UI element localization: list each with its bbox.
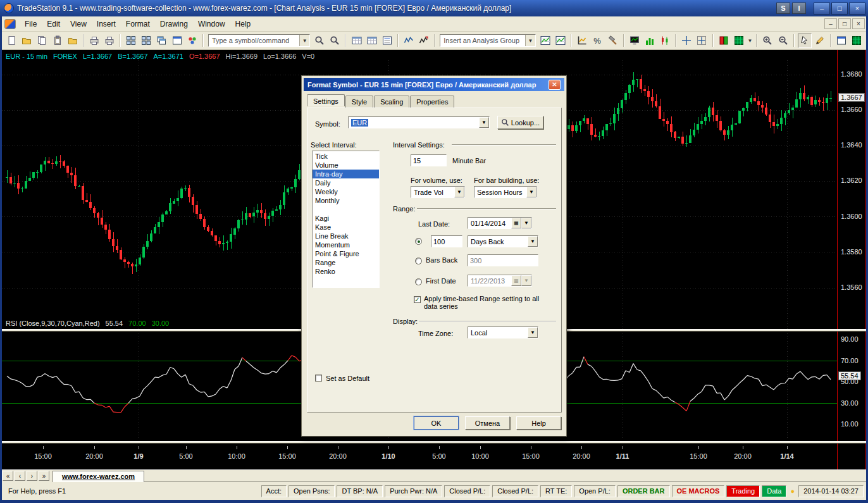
pointer-tool-button[interactable] [798, 34, 812, 48]
symbol-command-combo[interactable]: Type a symbol/command▼ [208, 34, 310, 47]
quote-board-button[interactable] [349, 34, 363, 48]
minimize-button[interactable]: – [814, 3, 830, 15]
bars-back-input[interactable]: 300 [468, 254, 538, 266]
symbol-combo-dropdown-icon[interactable]: ▼ [479, 117, 489, 128]
duplicate-window-button[interactable] [35, 34, 49, 48]
find-button[interactable] [328, 34, 342, 48]
interval-item[interactable]: Daily [313, 178, 379, 187]
menu-help[interactable]: Help [230, 18, 256, 30]
help-button[interactable]: Help [516, 416, 561, 430]
apply-range-checkbox[interactable]: ✓ [414, 296, 421, 303]
volume-combo-dropdown-icon[interactable]: ▼ [454, 187, 464, 197]
bar-building-combo[interactable]: Session Hours ▼ [474, 186, 537, 198]
first-date-picker[interactable]: 11/22/2013 ▦ ▼ [468, 275, 532, 287]
last-date-calendar-icon[interactable]: ▦ [511, 218, 521, 228]
interval-item[interactable]: Kagi [313, 214, 379, 223]
analysis-group-combo-dropdown-icon[interactable]: ▼ [525, 35, 535, 46]
menu-edit[interactable]: Edit [42, 18, 65, 30]
new-document-button[interactable] [4, 34, 18, 48]
print-button[interactable] [87, 34, 101, 48]
dialog-tab-scaling[interactable]: Scaling [374, 96, 409, 108]
interval-item[interactable]: Kase [313, 223, 379, 232]
mdi-restore-button[interactable]: □ [838, 18, 851, 29]
insert-indicator-button[interactable] [538, 34, 552, 48]
print-preview-button[interactable] [102, 34, 116, 48]
last-tab-button[interactable]: » [39, 471, 49, 481]
time-zone-dropdown-icon[interactable]: ▼ [528, 327, 538, 338]
new-window-button[interactable] [170, 34, 184, 48]
menu-insert[interactable]: Insert [92, 18, 121, 30]
mdi-minimize-button[interactable]: – [824, 18, 837, 29]
chart-style-menu-button[interactable] [732, 34, 746, 48]
first-date-calendar-icon[interactable]: ▦ [511, 275, 521, 286]
tile-vertically-button[interactable] [139, 34, 153, 48]
interval-item[interactable]: Line Break [313, 232, 379, 240]
days-back-input[interactable]: 100 [431, 235, 462, 247]
radar-screen-button[interactable] [628, 34, 642, 48]
price-scale[interactable]: 1.36801.36601.36401.36201.36001.35801.35… [837, 50, 866, 469]
language-s-button[interactable]: S [776, 3, 790, 14]
set-default-checkbox[interactable]: ✓ [315, 375, 322, 382]
analysis-group-combo[interactable]: Insert an Analysis Group▼ [440, 34, 536, 47]
symbol-command-combo-dropdown-icon[interactable]: ▼ [299, 35, 309, 46]
days-back-dropdown-icon[interactable]: ▼ [528, 236, 538, 247]
tile-horizontally-button[interactable] [124, 34, 138, 48]
candlestick-style-button[interactable] [658, 34, 672, 48]
dialog-tab-style[interactable]: Style [345, 96, 373, 108]
volume-combo[interactable]: Trade Vol ▼ [411, 186, 465, 198]
menu-drawing[interactable]: Drawing [155, 18, 193, 30]
close-button[interactable]: × [849, 3, 865, 15]
interval-item[interactable]: Weekly [313, 187, 379, 196]
menu-view[interactable]: View [65, 18, 92, 30]
cancel-button[interactable]: Отмена [465, 416, 510, 430]
interval-listbox[interactable]: TickVolumeIntra-dayDailyWeeklyMonthly Ka… [312, 151, 380, 288]
format-symbol-button[interactable] [575, 34, 589, 48]
chart-style-dropdown[interactable]: ▼ [747, 34, 754, 48]
volume-bars-button[interactable] [643, 34, 657, 48]
workspace-tab[interactable]: www.forex-warez.com [53, 471, 144, 482]
symbol-combo[interactable]: EUR ▼ [348, 116, 490, 128]
lookup-button[interactable]: Lookup... [497, 116, 543, 129]
symbol-lookup-button[interactable] [313, 34, 326, 48]
snapshot-window-button[interactable] [834, 34, 848, 48]
zoom-in-button[interactable] [760, 34, 774, 48]
cascade-windows-button[interactable] [154, 34, 168, 48]
grid-view-button[interactable] [850, 34, 864, 48]
bars-back-radio[interactable] [415, 258, 422, 264]
insert-strategy-button[interactable] [554, 34, 567, 48]
interval-item[interactable]: Point & Figure [313, 249, 379, 258]
first-date-dropdown-icon[interactable]: ▼ [521, 275, 531, 286]
interval-item[interactable]: Range [313, 258, 379, 267]
dialog-tab-properties[interactable]: Properties [410, 96, 454, 108]
format-objects-button[interactable] [606, 34, 620, 48]
interval-item[interactable]: Monthly [313, 196, 379, 205]
interval-item[interactable]: Momentum [313, 240, 379, 249]
bar-building-combo-dropdown-icon[interactable]: ▼ [526, 187, 536, 197]
language-i-button[interactable]: I [792, 3, 806, 14]
last-date-dropdown-icon[interactable]: ▼ [521, 218, 531, 228]
zoom-out-button[interactable] [776, 34, 790, 48]
menu-file[interactable]: File [20, 18, 42, 30]
order-bar-indicator[interactable]: ORDER BAR [617, 485, 670, 497]
dialog-close-icon[interactable]: ✕ [549, 80, 561, 90]
market-depth-button[interactable] [365, 34, 379, 48]
interval-item[interactable]: Volume [313, 161, 379, 170]
crosshair-window-button[interactable] [695, 34, 709, 48]
drawing-tools-button[interactable] [813, 34, 827, 48]
refresh-data-button[interactable] [417, 34, 431, 48]
days-back-radio[interactable] [415, 238, 422, 245]
dialog-tab-settings[interactable]: Settings [307, 94, 345, 106]
chart-analysis-button[interactable] [402, 34, 416, 48]
interval-item[interactable]: Tick [313, 152, 379, 161]
first-tab-button[interactable]: « [3, 471, 13, 481]
pane-separator[interactable] [2, 441, 866, 444]
dialog-title-bar[interactable]: Format Symbol - EUR 15 min [FOREX] Евро … [304, 78, 564, 91]
mdi-close-button[interactable]: × [852, 18, 865, 29]
trade-bar-button[interactable] [717, 34, 731, 48]
open-workspace-button[interactable] [20, 34, 34, 48]
time-zone-combo[interactable]: Local ▼ [468, 326, 538, 338]
format-analysis-button[interactable]: % [590, 34, 604, 48]
interval-item[interactable]: Renko [313, 267, 379, 276]
format-colors-button[interactable] [185, 34, 199, 48]
minute-input[interactable]: 15 [411, 154, 447, 166]
